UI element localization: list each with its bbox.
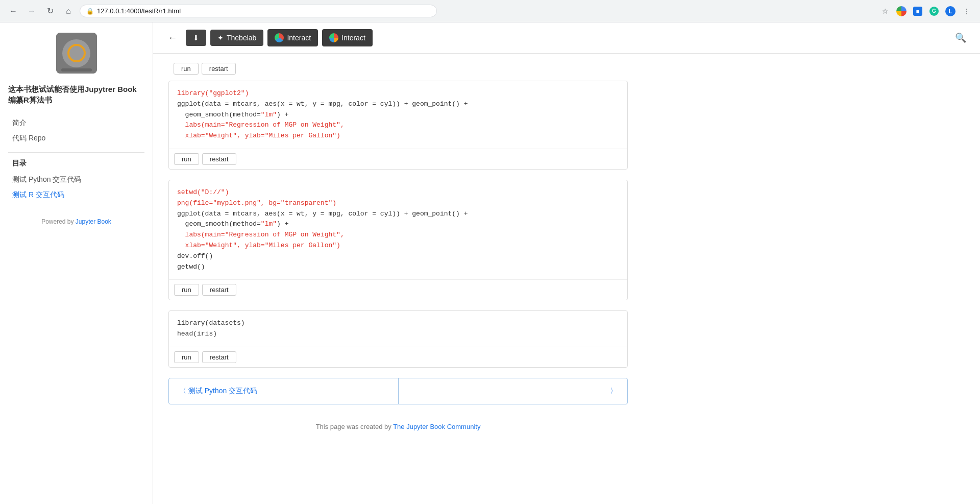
nav-next-link[interactable]: 〉 bbox=[399, 378, 628, 404]
first-restart-button[interactable]: restart bbox=[202, 63, 236, 75]
interact1-label: Interact bbox=[287, 34, 311, 42]
app-container: 这本书想试试能否使用Jupytrer Book 编纂R算法书 简介 代码 Rep… bbox=[0, 22, 980, 504]
reload-button[interactable]: ↻ bbox=[43, 4, 57, 18]
code-block-3[interactable]: library(datasets) head(iris) bbox=[169, 311, 627, 347]
extensions-button[interactable]: ■ bbox=[911, 4, 925, 18]
interact2-icon bbox=[329, 33, 338, 42]
code-block-1[interactable]: library("ggplot2") ggplot(data = mtcars,… bbox=[169, 81, 627, 149]
profile-button[interactable] bbox=[894, 4, 909, 18]
first-cell-buttons: run restart bbox=[168, 59, 628, 79]
browser-chrome: ← → ↻ ⌂ 🔒 127.0.0.1:4000/testR/r1.html ☆… bbox=[0, 0, 980, 22]
toolbar-interact-button-2[interactable]: Interact bbox=[322, 29, 373, 46]
content-area: run restart library("ggplot2") ggplot(da… bbox=[153, 54, 643, 454]
bookmark-star-button[interactable]: ☆ bbox=[878, 4, 892, 18]
toolbar-download-button[interactable]: ⬇ bbox=[186, 30, 206, 46]
sidebar: 这本书想试试能否使用Jupytrer Book 编纂R算法书 简介 代码 Rep… bbox=[0, 22, 153, 504]
toolbar-search-button[interactable]: 🔍 bbox=[951, 29, 970, 47]
code-cell-2: setwd("D://") png(file="myplot.png", bg=… bbox=[168, 180, 628, 300]
cell2-restart-button[interactable]: restart bbox=[202, 284, 236, 296]
code-line: geom_smooth(method="lm") + bbox=[177, 219, 619, 230]
code-line: getwd() bbox=[177, 262, 619, 273]
sidebar-footer-prefix: Powered by bbox=[41, 218, 76, 225]
code-line: head(iris) bbox=[177, 329, 619, 340]
code-cell-1-actions: run restart bbox=[169, 149, 627, 169]
cell2-run-button[interactable]: run bbox=[174, 284, 199, 296]
toolbar-back-button[interactable]: ← bbox=[163, 29, 182, 47]
back-button[interactable]: ← bbox=[6, 4, 20, 18]
grammarly-button[interactable]: G bbox=[927, 4, 941, 18]
code-line: labs(main="Regression of MGP on Weight", bbox=[177, 120, 619, 131]
code-line: ggplot(data = mtcars, aes(x = wt, y = mp… bbox=[177, 209, 619, 220]
download-icon: ⬇ bbox=[193, 34, 199, 42]
code-block-2[interactable]: setwd("D://") png(file="myplot.png", bg=… bbox=[169, 180, 627, 280]
cell3-restart-button[interactable]: restart bbox=[202, 351, 236, 363]
main-content: ← ⬇ ✦ Thebelab Interact Interact 🔍 bbox=[153, 22, 980, 504]
address-bar[interactable]: 🔒 127.0.0.1:4000/testR/r1.html bbox=[80, 5, 437, 17]
jupyter-logo bbox=[56, 33, 97, 74]
sidebar-item-intro[interactable]: 简介 bbox=[8, 115, 144, 131]
sidebar-divider bbox=[8, 152, 144, 153]
sidebar-item-r[interactable]: 测试 R 交互代码 bbox=[8, 187, 144, 203]
code-line: png(file="myplot.png", bg="transparent") bbox=[177, 198, 619, 209]
code-line: labs(main="Regression of MGP on Weight", bbox=[177, 230, 619, 241]
code-line: ggplot(data = mtcars, aes(x = wt, y = mp… bbox=[177, 99, 619, 110]
code-line: dev.off() bbox=[177, 251, 619, 262]
thebelab-label: Thebelab bbox=[227, 34, 256, 42]
first-run-button[interactable]: run bbox=[174, 63, 199, 75]
nav-next-chevron: 〉 bbox=[610, 387, 617, 396]
profile-avatar-button[interactable]: L bbox=[943, 4, 958, 18]
toolbar: ← ⬇ ✦ Thebelab Interact Interact 🔍 bbox=[153, 22, 980, 54]
sidebar-title: 这本书想试试能否使用Jupytrer Book 编纂R算法书 bbox=[8, 84, 144, 105]
interact2-label: Interact bbox=[341, 34, 365, 42]
code-cell-1: library("ggplot2") ggplot(data = mtcars,… bbox=[168, 81, 628, 170]
sidebar-footer: Powered by Jupyter Book bbox=[8, 218, 144, 225]
toolbar-interact-button-1[interactable]: Interact bbox=[267, 29, 318, 46]
home-button[interactable]: ⌂ bbox=[61, 4, 76, 18]
nav-prev-link[interactable]: 〈 测试 Python 交互代码 bbox=[169, 378, 399, 404]
forward-button[interactable]: → bbox=[24, 4, 39, 18]
nav-prev-label: 〈 测试 Python 交互代码 bbox=[179, 387, 257, 396]
page-footer: This page was created by The Jupyter Boo… bbox=[168, 415, 628, 439]
browser-icons: ☆ ■ G L ⋮ bbox=[878, 4, 974, 18]
footer-community-link[interactable]: The Jupyter Book Community bbox=[393, 423, 480, 430]
sidebar-section-title: 目录 bbox=[12, 159, 140, 168]
cell3-run-button[interactable]: run bbox=[174, 351, 199, 363]
code-line: library(datasets) bbox=[177, 318, 619, 329]
nav-footer: 〈 测试 Python 交互代码 〉 bbox=[168, 378, 628, 404]
interact1-icon bbox=[275, 33, 284, 42]
jupyter-book-link[interactable]: Jupyter Book bbox=[76, 218, 111, 225]
code-line: xlab="Weight", ylab="Miles per Gallon") bbox=[177, 131, 619, 141]
code-line: setwd("D://") bbox=[177, 187, 619, 198]
lock-icon: 🔒 bbox=[86, 8, 94, 15]
code-cell-2-actions: run restart bbox=[169, 280, 627, 300]
sidebar-item-python[interactable]: 测试 Python 交互代码 bbox=[8, 172, 144, 187]
code-line: library("ggplot2") bbox=[177, 88, 619, 99]
menu-button[interactable]: ⋮ bbox=[960, 4, 974, 18]
code-cell-3: library(datasets) head(iris) run restart bbox=[168, 310, 628, 368]
footer-prefix: This page was created by bbox=[316, 423, 394, 430]
code-cell-3-actions: run restart bbox=[169, 347, 627, 367]
cell1-restart-button[interactable]: restart bbox=[202, 153, 236, 165]
thebelab-icon: ✦ bbox=[217, 34, 224, 42]
url-text: 127.0.0.1:4000/testR/r1.html bbox=[97, 7, 181, 15]
code-line: geom_smooth(method="lm") + bbox=[177, 110, 619, 121]
sidebar-logo bbox=[8, 33, 144, 74]
cell1-run-button[interactable]: run bbox=[174, 153, 199, 165]
sidebar-item-repo[interactable]: 代码 Repo bbox=[8, 131, 144, 146]
code-line: xlab="Weight", ylab="Miles per Gallon") bbox=[177, 241, 619, 251]
toolbar-thebelab-button[interactable]: ✦ Thebelab bbox=[210, 30, 263, 46]
